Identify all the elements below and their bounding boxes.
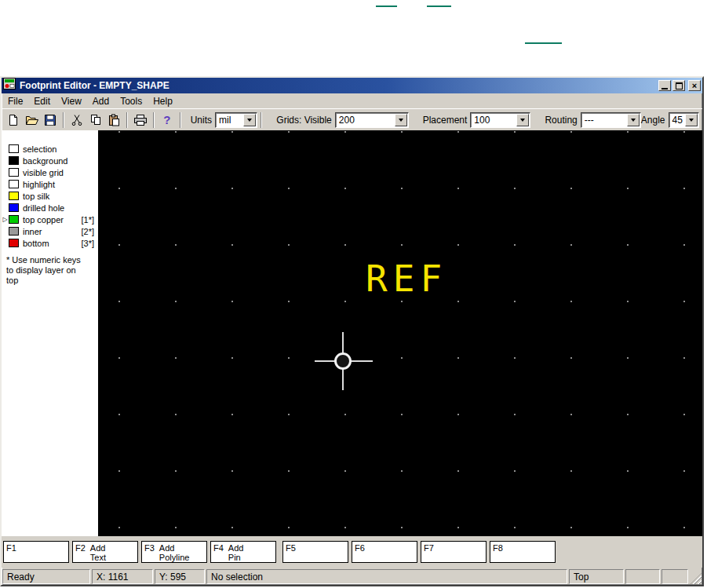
design-canvas[interactable]: REF xyxy=(98,130,702,536)
resize-grip[interactable] xyxy=(691,573,702,584)
copy-button[interactable] xyxy=(86,111,105,129)
layer-color-swatch xyxy=(9,168,19,177)
layer-row-top-silk[interactable]: top silk xyxy=(2,190,98,202)
menu-file[interactable]: File xyxy=(2,94,28,108)
status-y-coordinate: Y: 595 xyxy=(155,569,205,584)
fkey-label: F5 xyxy=(286,543,296,553)
layer-row-highlight[interactable]: highlight xyxy=(2,178,98,190)
close-button[interactable]: × xyxy=(688,80,701,91)
copy-icon xyxy=(89,114,102,126)
help-button[interactable]: ? xyxy=(158,111,177,129)
layer-row-inner[interactable]: inner [2*] xyxy=(2,225,98,237)
layer-row-background[interactable]: background xyxy=(2,155,98,166)
save-button[interactable] xyxy=(41,111,60,129)
placement-combobox[interactable]: 100 xyxy=(470,112,530,128)
layer-label: selection xyxy=(23,144,56,154)
menu-help[interactable]: Help xyxy=(148,94,178,108)
status-panel-empty xyxy=(661,569,688,584)
layer-label: top copper xyxy=(23,215,64,225)
layer-row-visible-grid[interactable]: visible grid xyxy=(2,166,98,178)
menu-view[interactable]: View xyxy=(56,94,87,108)
layer-color-swatch xyxy=(9,239,19,247)
layer-color-swatch xyxy=(9,156,19,165)
toolbar-separator xyxy=(153,112,155,128)
fkey-f5-button[interactable]: F5 xyxy=(282,541,348,563)
layer-color-swatch xyxy=(9,227,19,236)
open-button[interactable] xyxy=(23,111,42,129)
units-dropdown-button[interactable] xyxy=(243,114,256,126)
fkey-f2-add-text-button[interactable]: F2 Add Text xyxy=(72,541,138,563)
layer-row-drilled-hole[interactable]: drilled hole xyxy=(2,202,98,214)
layer-key-hint: [2*] xyxy=(81,227,98,236)
function-key-bar: F1 F2 Add Text F3 Add Polyline F4 Add Pi… xyxy=(2,536,702,568)
layer-key-hint: [3*] xyxy=(81,239,98,248)
fkey-f6-button[interactable]: F6 xyxy=(352,541,417,563)
units-value: mil xyxy=(216,115,243,126)
chevron-down-icon xyxy=(631,119,636,124)
fkey-label: F3 xyxy=(144,543,155,553)
status-panel-empty xyxy=(625,569,660,584)
menu-tools[interactable]: Tools xyxy=(115,94,148,108)
layer-label: drilled hole xyxy=(23,203,64,213)
layer-row-top-copper[interactable]: ▷ top copper [1*] xyxy=(2,214,98,225)
fkey-f4-add-pin-button[interactable]: F4 Add Pin xyxy=(210,541,276,563)
angle-dropdown-button[interactable] xyxy=(685,114,698,126)
new-file-icon xyxy=(7,114,20,126)
menu-add[interactable]: Add xyxy=(87,94,115,108)
units-combobox[interactable]: mil xyxy=(215,112,257,128)
save-icon xyxy=(44,114,56,126)
page-link-fragment[interactable] xyxy=(427,0,451,7)
cut-icon xyxy=(71,114,83,126)
layer-label: bottom xyxy=(23,239,49,248)
toolbar: ? Units mil Grids: Visible 200 Placement… xyxy=(2,108,702,130)
fkey-label: F4 xyxy=(213,543,224,553)
help-icon: ? xyxy=(163,113,170,126)
app-icon[interactable] xyxy=(3,78,16,93)
toolbar-separator xyxy=(180,112,181,128)
fkey-label: F2 xyxy=(75,543,86,553)
routing-label: Routing xyxy=(545,115,577,126)
fkey-f7-button[interactable]: F7 xyxy=(421,541,487,563)
window-title: Footprint Editor - EMPTY_SHAPE xyxy=(20,80,169,91)
chevron-down-icon xyxy=(247,119,252,124)
grids-label: Grids: Visible xyxy=(276,115,331,126)
layer-row-bottom[interactable]: bottom [3*] xyxy=(2,237,98,249)
page-link-fragment[interactable] xyxy=(525,37,562,44)
grids-dropdown-button[interactable] xyxy=(395,114,407,126)
angle-label: Angle xyxy=(641,115,665,126)
status-selection: No selection xyxy=(206,569,567,584)
minimize-button[interactable] xyxy=(658,80,671,91)
layer-label: visible grid xyxy=(23,168,64,177)
status-layer-side: Top xyxy=(569,569,624,584)
layers-panel: selection background visible grid highli… xyxy=(2,130,98,536)
grids-value: 200 xyxy=(336,115,395,126)
open-folder-icon xyxy=(25,114,39,126)
grids-combobox[interactable]: 200 xyxy=(335,112,409,128)
title-bar[interactable]: Footprint Editor - EMPTY_SHAPE × xyxy=(2,78,702,93)
fkey-f8-button[interactable]: F8 xyxy=(490,541,556,563)
angle-value: 45 xyxy=(669,115,686,126)
routing-value: --- xyxy=(581,115,627,126)
new-button[interactable] xyxy=(4,111,23,129)
print-button[interactable] xyxy=(131,111,150,129)
layer-row-selection[interactable]: selection xyxy=(2,143,98,155)
maximize-button[interactable] xyxy=(672,80,685,91)
menu-edit[interactable]: Edit xyxy=(28,94,56,108)
chevron-down-icon xyxy=(689,119,694,124)
fkey-f1-button[interactable]: F1 xyxy=(3,541,69,563)
placement-dropdown-button[interactable] xyxy=(516,114,529,126)
page-link-fragment[interactable] xyxy=(376,0,397,7)
menu-bar: File Edit View Add Tools Help xyxy=(2,93,702,108)
angle-combobox[interactable]: 45 xyxy=(669,112,700,128)
toolbar-separator xyxy=(261,112,262,128)
fkey-label: F7 xyxy=(424,543,434,553)
paste-button[interactable] xyxy=(105,111,124,129)
layer-color-swatch xyxy=(9,215,19,224)
routing-combobox[interactable]: --- xyxy=(581,112,641,128)
routing-dropdown-button[interactable] xyxy=(627,114,640,126)
fkey-f3-add-polyline-button[interactable]: F3 Add Polyline xyxy=(141,541,207,563)
fkey-label: F1 xyxy=(6,543,16,553)
layer-label: highlight xyxy=(23,180,55,189)
cut-button[interactable] xyxy=(67,111,86,129)
status-x-coordinate: X: 1161 xyxy=(92,569,153,584)
